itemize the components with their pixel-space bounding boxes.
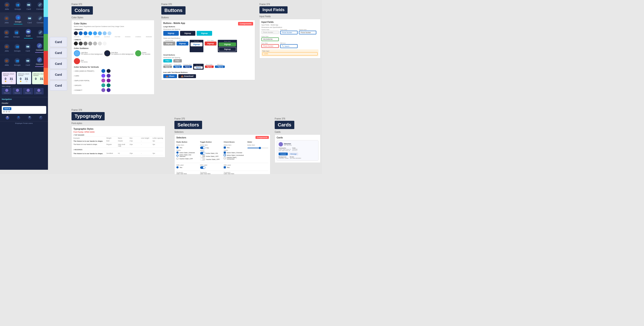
nav-item-card-4[interactable]: 🪪 Card <box>25 44 30 52</box>
nav-item-groups-5[interactable]: 👥 Groups <box>14 58 20 66</box>
error-btn[interactable]: Signup <box>205 42 217 45</box>
radio-dot-3[interactable] <box>176 158 178 160</box>
nav-item-groups-1[interactable]: 👥 Groups <box>14 2 21 10</box>
checkbox-state-inactive[interactable] <box>224 157 226 159</box>
checkbox-checked[interactable] <box>224 147 226 149</box>
input-edited-field[interactable]: 09123456789 <box>262 37 279 41</box>
nav-item-card-3[interactable]: 🪪 Card <box>24 29 33 38</box>
nav-item-jobs-5[interactable]: 💼 Jobs <box>4 58 9 66</box>
small-btn-gray[interactable]: Filter <box>173 59 182 62</box>
scheme-connect-1 <box>101 88 105 92</box>
card-underline <box>24 38 33 38</box>
header-btn[interactable]: SIGN IN <box>3 107 11 110</box>
radio-labeled-text: Yes <box>180 166 182 168</box>
checkbox-labeled-box[interactable] <box>224 166 226 168</box>
slider-thumb[interactable] <box>259 147 261 149</box>
toggle-labeled-switch[interactable] <box>200 166 205 169</box>
stats-row-3: 0 31 <box>33 77 45 81</box>
bg-val: #F8F9FE / White <box>278 158 288 159</box>
toggle-state-off[interactable] <box>200 155 205 158</box>
nav-item-card-5[interactable]: 🪪 Card <box>25 58 30 66</box>
rate-input-sample[interactable]: 0.00% <box>262 52 318 55</box>
stat-0: 0 😊 <box>4 77 6 82</box>
input-active-field[interactable]: Phone Number <box>280 31 298 34</box>
color-bar-blue <box>44 17 48 34</box>
connect-icon-5: 🔗 <box>37 57 42 62</box>
card-item-4[interactable]: Card <box>50 70 67 80</box>
scheme-row-card: / CARD <box>74 74 152 78</box>
small-btn-teal[interactable]: Filter <box>163 59 172 62</box>
components-badge: Components <box>238 22 253 25</box>
bottom-nav-item-4[interactable]: 🔗 <box>39 116 42 120</box>
card-action-btn-1[interactable]: Connect <box>278 153 288 155</box>
input-frame-id: Frame 374 <box>260 3 320 5</box>
toggle-state-inactive[interactable] <box>200 158 205 161</box>
signup-btn-dark[interactable]: Signup <box>180 31 196 36</box>
salesman-cards: Salesman Salesman Salesman Salesman <box>2 88 46 94</box>
scheme-card-1 <box>101 74 105 78</box>
toggle-state-2: Active State | OFF <box>200 155 221 158</box>
input-inactive-field[interactable]: Phone Number <box>262 31 279 34</box>
active-btn[interactable]: Signup <box>176 42 188 45</box>
card-item-2[interactable]: Card <box>50 48 67 58</box>
sm-inactive-btn[interactable]: Signup <box>163 65 172 68</box>
large-btn-samples: Signup Signup Signup <box>163 31 253 36</box>
nav-item-jobs-2[interactable]: 💼 Jobs <box>4 16 9 24</box>
bottom-nav-item-1[interactable]: 🏠 <box>6 116 9 120</box>
nav-item-connect-5[interactable]: 🔗 Connect <box>35 57 44 67</box>
col-example: Example <box>74 137 106 139</box>
nav-row-1: 💼 Jobs 👥 Groups 🪪 Card 🔗 Connect <box>0 0 48 13</box>
card-item-3[interactable]: Card <box>50 59 67 69</box>
toggle-state-on[interactable] <box>200 152 205 155</box>
avatar-2 <box>16 89 19 92</box>
card-action-btn-2[interactable]: Message <box>289 153 298 155</box>
selectors-sections: Radio Button Action Item Yes States Acti… <box>176 141 268 161</box>
nav-item-groups-3[interactable]: 👥 Groups <box>13 30 20 38</box>
dark-bg-btn[interactable]: Signup <box>190 42 202 46</box>
bottom-nav-item-2[interactable]: 👥 <box>17 116 20 120</box>
toggle-on[interactable] <box>200 147 205 149</box>
nav-item-jobs-3[interactable]: 💼 Jobs <box>4 30 9 38</box>
input-icon-field[interactable]: 🔍 Search <box>280 44 298 48</box>
nav-item-groups-4[interactable]: 👥 Groups <box>14 44 20 52</box>
card-item-1[interactable]: Card <box>50 37 67 47</box>
jobs-icon-1: 💼 <box>4 2 10 7</box>
input-error-field[interactable]: Phone Number <box>262 44 279 48</box>
inactive-btn[interactable]: Signup <box>163 42 175 45</box>
input-tapped-field[interactable]: Phone Number <box>299 31 316 34</box>
sm-icon-btn[interactable]: +Signup <box>215 65 225 68</box>
nav-item-groups-2[interactable]: 👥 Groups <box>14 15 22 24</box>
nav-item-jobs-1[interactable]: 💼 Jobs <box>4 2 10 10</box>
nav-item-connect-2[interactable]: 🔗 Connect <box>37 16 44 24</box>
stat2-0-label: 😊 <box>20 81 22 82</box>
nav-item-jobs-4[interactable]: 💼 Jobs <box>4 44 9 52</box>
block-btn-2[interactable]: Signup <box>219 47 236 51</box>
nav-item-connect-1[interactable]: 🔗 Connect <box>36 2 44 10</box>
nav-item-card-1[interactable]: 🪪 Card <box>26 2 32 10</box>
checkbox-state-unchecked[interactable] <box>224 154 226 156</box>
radio-labeled-dot[interactable] <box>176 166 178 168</box>
signup-btn-blue[interactable]: Signup <box>163 31 179 36</box>
card-item-5[interactable]: Card <box>50 81 67 91</box>
block-btn-1[interactable]: Signup <box>219 42 236 46</box>
guidance-text-1: Light BlueFor buttons on blue background <box>81 52 102 55</box>
nav-item-card-2[interactable]: 🪪 Card <box>27 16 32 24</box>
radio-checked[interactable] <box>176 147 178 149</box>
sm-active-btn[interactable]: Signup <box>173 65 182 68</box>
radio-dot-2[interactable] <box>176 155 178 157</box>
nav-item-connect-3[interactable]: 🔗 Connect <box>37 30 44 38</box>
nav-item-connect-4[interactable]: 🔗 Connect <box>35 43 44 53</box>
stat3-0-value: 0 <box>35 77 37 81</box>
toggle-with-label-title: With Label <box>200 164 221 166</box>
sm-pressed-btn[interactable]: Signup <box>183 65 192 68</box>
icon-text-btn-2[interactable]: 📥 Download <box>178 74 196 78</box>
stat-31-label: 📋 <box>10 81 13 82</box>
card-icon-5: 🪪 <box>25 58 30 63</box>
radio-dot-1[interactable] <box>176 152 178 154</box>
bottom-nav-item-3[interactable]: 🪪 <box>28 116 32 120</box>
icon-text-btn-1[interactable]: 📤 Share <box>163 74 177 78</box>
signup-btn-teal[interactable]: Signup <box>197 31 212 36</box>
sm-error-btn[interactable]: Signup <box>205 65 214 68</box>
sm-dark-btn[interactable]: Signup <box>194 66 203 69</box>
checkbox-state-checked[interactable] <box>224 152 226 154</box>
